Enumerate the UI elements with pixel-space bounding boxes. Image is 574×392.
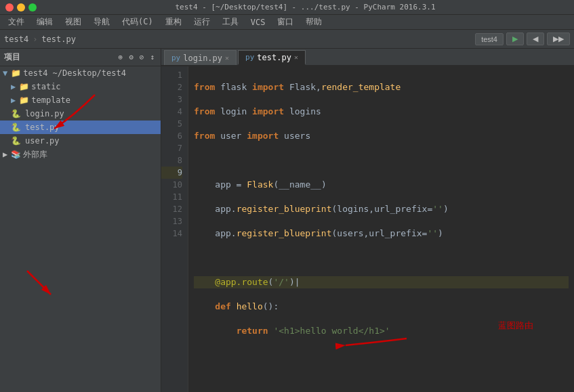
- static-label: static: [31, 82, 60, 91]
- code-line-13: [194, 374, 569, 386]
- maximize-button[interactable]: [28, 3, 37, 12]
- breadcrumb-file[interactable]: test.py: [41, 35, 76, 44]
- toolbar: test4 › test.py test4 ▶ ◀ ▶▶: [0, 30, 574, 49]
- menu-navigate[interactable]: 导航: [88, 15, 115, 29]
- project-label: 📁: [11, 68, 21, 78]
- sidebar-filter-icon[interactable]: ⊘: [138, 52, 146, 62]
- test-label: test.py: [25, 123, 60, 132]
- menu-edit[interactable]: 编辑: [31, 15, 58, 29]
- title-bar: test4 - [~/Desktop/test4] - .../test.py …: [0, 0, 574, 15]
- tree-item-static[interactable]: ▶ 📁 static: [0, 80, 161, 93]
- code-line-1: from flask import Flask,render_template: [194, 81, 569, 93]
- login-label: login.py: [25, 109, 64, 118]
- user-label: user.py: [25, 136, 60, 146]
- template-folder-icon: ▶: [11, 95, 16, 105]
- tab-test-close[interactable]: ✕: [294, 53, 298, 61]
- breadcrumb-sep: ›: [33, 35, 37, 44]
- code-line-5: app = Flask(__name__): [194, 179, 569, 191]
- tree-item-test[interactable]: 🐍 test.py: [0, 121, 161, 134]
- menu-tools[interactable]: 工具: [217, 15, 244, 29]
- code-line-2: from login import logins: [194, 106, 569, 118]
- close-button[interactable]: [5, 3, 14, 12]
- code-line-7: app.register_blueprint(users,url_prefix=…: [194, 227, 569, 240]
- external-label: 外部库: [23, 149, 47, 160]
- line-numbers: 1234 5678 9 1011121314: [161, 66, 188, 392]
- tree-item-project[interactable]: ▼ 📁 test4 ~/Desktop/test4: [0, 66, 161, 80]
- tree-item-external[interactable]: ▶ 📚 外部库: [0, 148, 161, 161]
- minimize-button[interactable]: [17, 3, 25, 12]
- external-icon: ▶: [3, 150, 7, 159]
- code-line-4: [194, 154, 569, 167]
- tree-item-login[interactable]: 🐍 login.py: [0, 107, 161, 121]
- main-container: 项目 ⊕ ⚙ ⊘ ↕ ▼ 📁 test4 ~/Desktop/test4 ▶ 📁…: [0, 49, 574, 392]
- menu-code[interactable]: 代码(C): [117, 15, 159, 29]
- sidebar-icons[interactable]: ⊕ ⚙ ⊘ ↕: [117, 52, 157, 62]
- static-folder-icon: ▶: [11, 82, 16, 91]
- back-button[interactable]: ◀: [527, 32, 544, 45]
- menu-help[interactable]: 帮助: [300, 15, 327, 29]
- code-line-6: app.register_blueprint(logins,url_prefix…: [194, 203, 569, 215]
- user-file-icon: 🐍: [11, 136, 21, 146]
- sidebar-add-icon[interactable]: ⊕: [117, 52, 125, 62]
- tab-test-icon: py: [245, 53, 254, 62]
- tab-login-icon: py: [171, 53, 180, 62]
- run-button[interactable]: ▶: [506, 32, 524, 45]
- tab-test[interactable]: py test.py ✕: [238, 50, 306, 65]
- tree-item-template[interactable]: ▶ 📁 template: [0, 93, 161, 107]
- menu-run[interactable]: 运行: [188, 15, 216, 29]
- forward-button[interactable]: ▶▶: [547, 32, 570, 45]
- editor-area: py login.py ✕ py test.py ✕ 1234 5678 9 1…: [161, 49, 574, 392]
- code-line-8: [194, 252, 569, 264]
- tab-test-label: test.py: [257, 53, 291, 62]
- toolbar-right: test4 ▶ ◀ ▶▶: [475, 32, 570, 45]
- code-line-11: return '<h1>hello world</h1>': [194, 325, 569, 337]
- code-content[interactable]: from flask import Flask,render_template …: [188, 66, 574, 392]
- sidebar-title: 项目: [4, 51, 20, 63]
- sidebar-tree: ▼ 📁 test4 ~/Desktop/test4 ▶ 📁 static ▶ 📁…: [0, 66, 161, 392]
- menu-window[interactable]: 窗口: [272, 15, 299, 29]
- login-file-icon: 🐍: [11, 109, 21, 118]
- editor-wrapper: py login.py ✕ py test.py ✕ 1234 5678 9 1…: [161, 49, 574, 392]
- static-folder-glyph: 📁: [19, 82, 29, 91]
- run-config-btn[interactable]: test4: [475, 33, 504, 45]
- tab-bar: py login.py ✕ py test.py ✕: [161, 49, 574, 66]
- test-file-icon: 🐍: [11, 123, 21, 132]
- tree-item-user[interactable]: 🐍 user.py: [0, 134, 161, 148]
- code-line-12: [194, 349, 569, 362]
- menu-vcs[interactable]: VCS: [245, 16, 271, 28]
- project-folder-icon: ▼: [3, 68, 7, 78]
- sidebar-gear-icon[interactable]: ⚙: [127, 52, 136, 62]
- sidebar: 项目 ⊕ ⚙ ⊘ ↕ ▼ 📁 test4 ~/Desktop/test4 ▶ 📁…: [0, 49, 161, 392]
- menu-file[interactable]: 文件: [3, 15, 30, 29]
- template-folder-glyph: 📁: [19, 95, 29, 105]
- menu-bar: 文件 编辑 视图 导航 代码(C) 重构 运行 工具 VCS 窗口 帮助: [0, 15, 574, 30]
- menu-view[interactable]: 视图: [60, 15, 87, 29]
- tab-login[interactable]: py login.py ✕: [164, 50, 237, 65]
- code-line-3: from user import users: [194, 130, 569, 142]
- menu-refactor[interactable]: 重构: [160, 15, 187, 29]
- code-line-10: def hello():: [194, 301, 569, 313]
- code-editor[interactable]: 1234 5678 9 1011121314 from flask import…: [161, 66, 574, 392]
- sidebar-header: 项目 ⊕ ⚙ ⊘ ↕: [0, 49, 161, 66]
- code-line-9: @app.route('/')|: [194, 276, 569, 288]
- external-libs-glyph: 📚: [11, 150, 21, 159]
- tab-login-label: login.py: [183, 53, 222, 63]
- sidebar-sort-icon[interactable]: ↕: [148, 52, 157, 62]
- tab-login-close[interactable]: ✕: [225, 54, 229, 62]
- window-title: test4 - [~/Desktop/test4] - .../test.py …: [42, 3, 569, 12]
- template-label: template: [31, 95, 70, 105]
- breadcrumb-project[interactable]: test4: [4, 35, 28, 44]
- project-name: test4 ~/Desktop/test4: [23, 68, 126, 78]
- window-controls[interactable]: [5, 3, 37, 12]
